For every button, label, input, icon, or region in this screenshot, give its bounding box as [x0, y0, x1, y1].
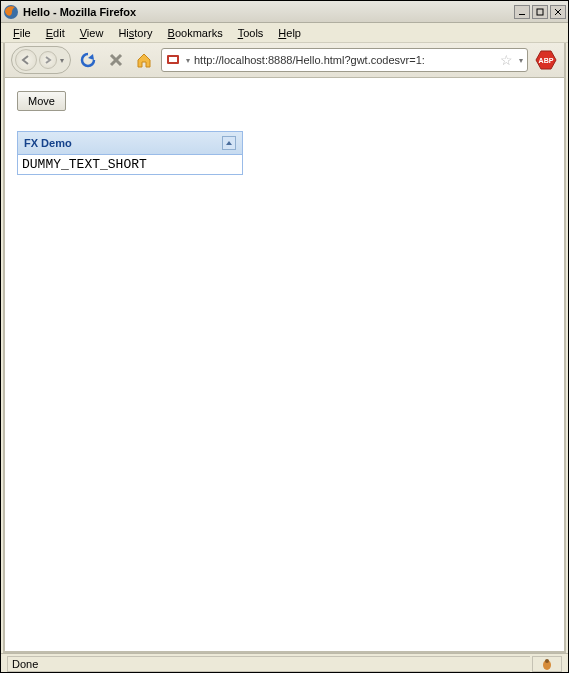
collapse-button[interactable]: [222, 136, 236, 150]
reload-button[interactable]: [77, 49, 99, 71]
maximize-button[interactable]: [532, 5, 548, 19]
firebug-button[interactable]: [532, 656, 562, 672]
minimize-button[interactable]: [514, 5, 530, 19]
window-controls: [514, 5, 566, 19]
window-title: Hello - Mozilla Firefox: [23, 6, 514, 18]
history-dropdown-icon[interactable]: ▾: [60, 56, 64, 65]
adblock-button[interactable]: ABP: [534, 49, 558, 71]
svg-rect-2: [537, 9, 543, 15]
nav-buttons: ▾: [11, 46, 71, 74]
statusbar: Done: [1, 653, 568, 673]
url-bar[interactable]: ▾ http://localhost:8888/Hello.html?gwt.c…: [161, 48, 528, 72]
menu-history[interactable]: History: [112, 25, 158, 41]
page-content: Move FX Demo DUMMY_TEXT_SHORT: [5, 78, 564, 651]
svg-point-12: [545, 659, 549, 663]
toolbar: ▾ ▾ http://localhost:8888/Hello.html?gwt…: [5, 43, 564, 78]
menubar: File Edit View History Bookmarks Tools H…: [1, 23, 568, 43]
menu-tools[interactable]: Tools: [232, 25, 270, 41]
forward-button[interactable]: [39, 51, 57, 69]
menu-file[interactable]: File: [7, 25, 37, 41]
status-text: Done: [7, 656, 530, 672]
menu-edit[interactable]: Edit: [40, 25, 71, 41]
back-button[interactable]: [15, 49, 37, 71]
site-icon: [166, 52, 180, 68]
svg-rect-8: [169, 57, 177, 62]
move-button[interactable]: Move: [17, 91, 66, 111]
close-button[interactable]: [550, 5, 566, 19]
url-text: http://localhost:8888/Hello.html?gwt.cod…: [194, 54, 496, 66]
panel-header[interactable]: FX Demo: [18, 132, 242, 155]
site-dropdown-icon[interactable]: ▾: [186, 56, 190, 65]
menu-view[interactable]: View: [74, 25, 110, 41]
panel-body: DUMMY_TEXT_SHORT: [18, 155, 242, 174]
fx-demo-panel: FX Demo DUMMY_TEXT_SHORT: [17, 131, 243, 175]
bookmark-star-icon[interactable]: ☆: [500, 52, 513, 68]
titlebar: Hello - Mozilla Firefox: [1, 1, 568, 23]
svg-rect-1: [519, 14, 525, 15]
panel-title: FX Demo: [24, 137, 72, 149]
url-dropdown-icon[interactable]: ▾: [519, 56, 523, 65]
svg-text:ABP: ABP: [539, 57, 554, 64]
firefox-icon: [3, 4, 19, 20]
home-button[interactable]: [133, 49, 155, 71]
stop-button[interactable]: [105, 49, 127, 71]
menu-bookmarks[interactable]: Bookmarks: [162, 25, 229, 41]
menu-help[interactable]: Help: [272, 25, 307, 41]
